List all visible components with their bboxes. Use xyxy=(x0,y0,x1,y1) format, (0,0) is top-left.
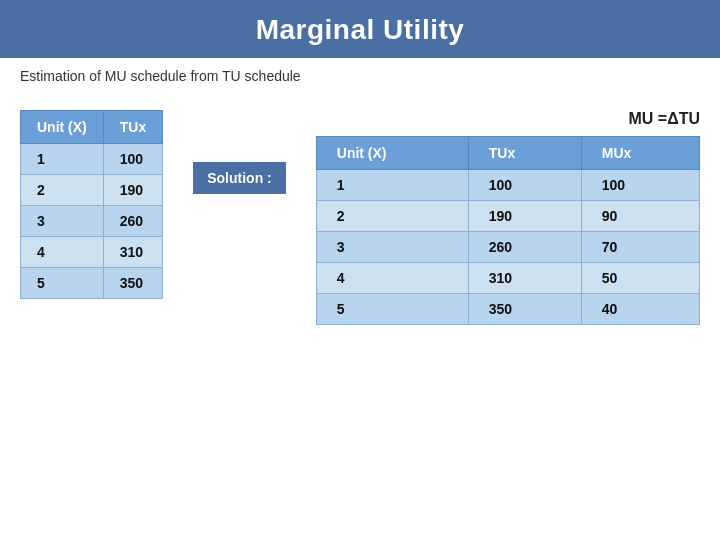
content-area: Unit (X) TUx 11002190326043105350 Soluti… xyxy=(0,90,720,335)
table-row: 4310 xyxy=(21,237,163,268)
table-row: 535040 xyxy=(316,294,699,325)
page-title: Marginal Utility xyxy=(256,14,465,45)
input-col-tux: TUx xyxy=(103,111,162,144)
left-section: Unit (X) TUx 11002190326043105350 xyxy=(20,110,163,299)
input-col-unit: Unit (X) xyxy=(21,111,104,144)
header-bar: Marginal Utility xyxy=(0,0,720,58)
solution-table: Unit (X) TUx MUx 11001002190903260704310… xyxy=(316,136,700,325)
subtitle: Estimation of MU schedule from TU schedu… xyxy=(0,58,720,90)
middle-section: Solution : xyxy=(193,110,286,194)
table-row: 1100100 xyxy=(316,170,699,201)
table-row: 326070 xyxy=(316,232,699,263)
sol-col-tux: TUx xyxy=(468,137,581,170)
table-row: 431050 xyxy=(316,263,699,294)
mu-formula: MU =ΔTU xyxy=(316,110,700,128)
right-section: MU =ΔTU Unit (X) TUx MUx 110010021909032… xyxy=(316,110,700,325)
table-row: 3260 xyxy=(21,206,163,237)
sol-col-mux: MUx xyxy=(581,137,699,170)
table-row: 1100 xyxy=(21,144,163,175)
sol-col-unit: Unit (X) xyxy=(316,137,468,170)
solution-label: Solution : xyxy=(193,162,286,194)
table-row: 5350 xyxy=(21,268,163,299)
table-row: 219090 xyxy=(316,201,699,232)
table-row: 2190 xyxy=(21,175,163,206)
input-table: Unit (X) TUx 11002190326043105350 xyxy=(20,110,163,299)
